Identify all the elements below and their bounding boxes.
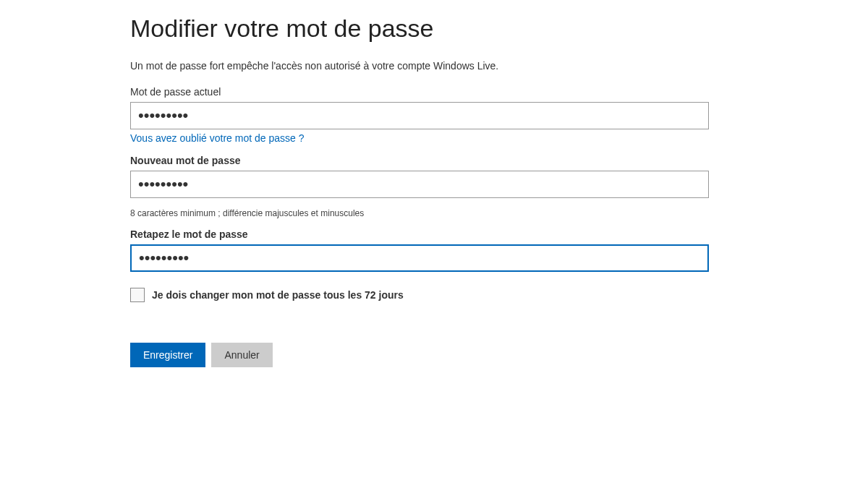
change-periodically-label: Je dois changer mon mot de passe tous le… <box>152 289 404 301</box>
new-password-group: Nouveau mot de passe <box>130 155 868 198</box>
confirm-password-group: Retapez le mot de passe <box>130 228 868 272</box>
new-password-label: Nouveau mot de passe <box>130 155 868 166</box>
confirm-password-label: Retapez le mot de passe <box>130 228 868 240</box>
cancel-button[interactable]: Annuler <box>211 343 272 367</box>
page-title: Modifier votre mot de passe <box>130 14 868 43</box>
change-periodically-row: Je dois changer mon mot de passe tous le… <box>130 288 868 302</box>
description-text: Un mot de passe fort empêche l'accès non… <box>130 60 868 72</box>
change-periodically-checkbox[interactable] <box>130 288 145 302</box>
password-hint: 8 caractères minimum ; différencie majus… <box>130 208 868 218</box>
button-row: Enregistrer Annuler <box>130 343 868 367</box>
confirm-password-input[interactable] <box>130 244 709 272</box>
new-password-input[interactable] <box>130 171 709 198</box>
current-password-input[interactable] <box>130 102 709 129</box>
current-password-group: Mot de passe actuel Vous avez oublié vot… <box>130 86 868 145</box>
save-button[interactable]: Enregistrer <box>130 343 205 367</box>
current-password-label: Mot de passe actuel <box>130 86 868 98</box>
forgot-password-link[interactable]: Vous avez oublié votre mot de passe ? <box>130 132 304 144</box>
